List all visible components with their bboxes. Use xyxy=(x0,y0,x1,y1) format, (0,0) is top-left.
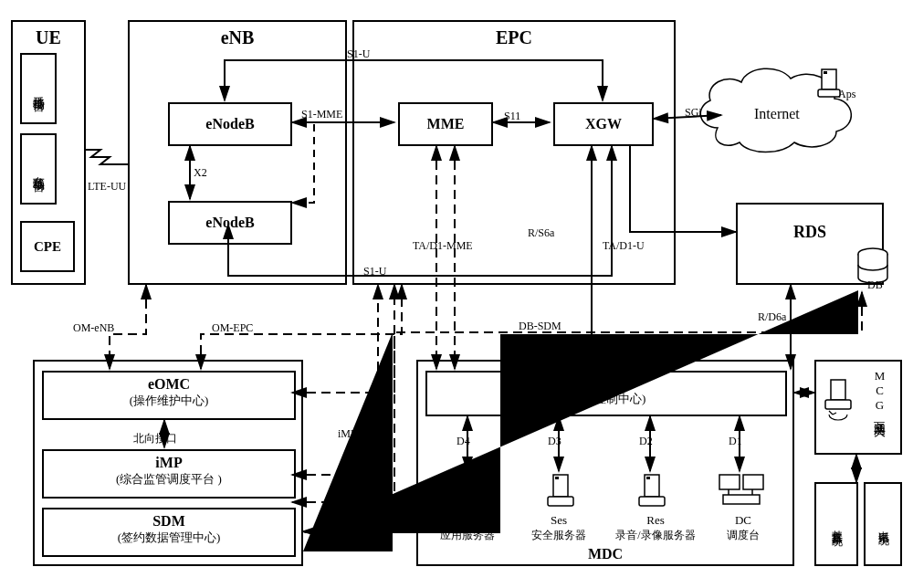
aps-icon xyxy=(449,471,489,519)
om-mdc-label: OM-MDC xyxy=(325,493,372,507)
sgi-label: SGi xyxy=(685,106,702,120)
enodeb-2-label: eNodeB xyxy=(205,215,254,231)
svg-text:DB: DB xyxy=(867,278,883,291)
svg-rect-2 xyxy=(818,89,840,97)
svg-rect-6 xyxy=(464,477,467,479)
aps-srv-name: Aps 应用服务器 xyxy=(435,513,500,543)
eomc-label: eOMC xyxy=(44,376,294,393)
ue-cpe-label: CPE xyxy=(34,239,61,255)
om-enb-label: OM-eNB xyxy=(73,321,114,335)
ue-handheld: 手持移动台 xyxy=(20,53,57,124)
s1mme-label: S1-MME xyxy=(301,108,342,121)
internet-label: Internet xyxy=(754,106,800,121)
other-trunk-node: 其它集群系统 xyxy=(814,482,858,566)
rds-title: RDS xyxy=(738,223,882,242)
mdc-container: SCC (交换控制中心) Aps 应用服务器 Ses 安全服务器 Res 录音/… xyxy=(416,360,794,566)
enodeb-1: eNodeB xyxy=(168,102,292,146)
ue-vehicle-label: 车载移动台 xyxy=(30,167,47,172)
d1-label: D1 xyxy=(729,435,742,448)
r-d6a-label: R/D6a xyxy=(758,310,786,324)
mcg-label: MCG互通网关 xyxy=(871,369,887,416)
enb-container: eNB eNodeB eNodeB X2 xyxy=(128,20,347,285)
mcg-icon xyxy=(822,378,855,422)
ta-d1-mme-label: TA/D1-MME xyxy=(413,239,473,253)
d4-label: D4 xyxy=(456,435,470,448)
mme-label: MME xyxy=(427,116,465,132)
dc-label: DC xyxy=(710,513,776,528)
aps-srv-label: Aps xyxy=(435,513,500,528)
northbound-label: 北向接口 xyxy=(133,431,177,446)
ses-srv-name: Ses 安全服务器 xyxy=(526,513,592,543)
svg-rect-15 xyxy=(743,475,763,489)
res-sub: 录音/录像服务器 xyxy=(601,528,710,543)
scc-node: SCC (交换控制中心) xyxy=(425,371,787,416)
aps-srv-sub: 应用服务器 xyxy=(435,528,500,543)
s1u-top-label: S1-U xyxy=(347,47,370,61)
db-icon: DB xyxy=(855,247,891,292)
ses-label: Ses xyxy=(526,513,592,528)
enodeb-1-label: eNodeB xyxy=(205,116,254,132)
imp-sub: (综合监管调度平台 ) xyxy=(44,471,294,488)
eomc-node: eOMC (操作维护中心) xyxy=(42,371,296,420)
sdm-node: SDM (签约数据管理中心) xyxy=(42,508,296,557)
sdm-sub: (签约数据管理中心) xyxy=(44,530,294,546)
svg-rect-9 xyxy=(555,477,559,479)
xgw-node: XGW xyxy=(553,102,654,146)
ue-vehicle: 车载移动台 xyxy=(20,133,57,205)
ue-title: UE xyxy=(13,27,84,48)
res-icon xyxy=(632,471,672,519)
svg-rect-18 xyxy=(825,400,851,409)
svg-rect-7 xyxy=(456,497,482,506)
db-sdm-label: DB-SDM xyxy=(519,320,561,333)
ue-handheld-label: 手持移动台 xyxy=(30,87,47,91)
lte-uu-label: LTE-UU xyxy=(88,180,126,194)
s1u-bottom-label: S1-U xyxy=(363,265,386,278)
enb-title: eNB xyxy=(130,27,345,48)
scc-sub: (交换控制中心) xyxy=(427,391,785,407)
dc-sub: 调度台 xyxy=(710,528,776,543)
other-trunk-label: 其它集群系统 xyxy=(829,521,845,527)
ta-d1-u-label: TA/D1-U xyxy=(603,239,645,253)
phone-sys-node: 电话系统 xyxy=(864,482,902,566)
scc-label: SCC xyxy=(427,375,785,391)
imp-epc-label: iMP-EPC xyxy=(338,427,381,441)
ue-container: UE 手持移动台 车载移动台 CPE xyxy=(11,20,86,285)
imp-label: iMP xyxy=(44,455,294,471)
ses-sub: 安全服务器 xyxy=(526,528,592,543)
mme-node: MME xyxy=(398,102,493,146)
x2-label: X2 xyxy=(194,166,207,180)
epc-title: EPC xyxy=(354,27,674,48)
mdc-title: MDC xyxy=(418,546,792,562)
res-label: Res xyxy=(601,513,710,528)
s11-label: S11 xyxy=(504,110,520,123)
d3-label: D3 xyxy=(548,435,561,448)
ses-icon xyxy=(540,471,581,519)
r-s6a-label: R/S6a xyxy=(528,226,554,240)
om-epc-label: OM-EPC xyxy=(212,321,253,335)
phone-sys-label: 电话系统 xyxy=(876,522,891,526)
nm-container: eOMC (操作维护中心) 北向接口 iMP (综合监管调度平台 ) SDM (… xyxy=(33,360,303,566)
dc-icon xyxy=(716,469,767,519)
eomc-sub: (操作维护中心) xyxy=(44,393,294,409)
res-srv-name: Res 录音/录像服务器 xyxy=(601,513,710,543)
svg-rect-10 xyxy=(548,497,573,506)
sdm-label: SDM xyxy=(44,513,294,530)
svg-rect-13 xyxy=(639,497,665,506)
svg-rect-16 xyxy=(723,495,760,504)
d2-label: D2 xyxy=(639,435,653,448)
svg-rect-14 xyxy=(719,475,740,489)
internet-aps-label: Aps xyxy=(838,88,855,101)
ue-cpe: CPE xyxy=(20,221,75,272)
xgw-label: XGW xyxy=(585,116,622,132)
svg-rect-1 xyxy=(824,71,827,74)
svg-rect-17 xyxy=(831,380,845,400)
dc-srv-name: DC 调度台 xyxy=(710,513,776,543)
imp-node: iMP (综合监管调度平台 ) xyxy=(42,449,296,499)
svg-rect-12 xyxy=(646,477,650,479)
mcg-node: MCG互通网关 xyxy=(814,360,902,455)
enodeb-2: eNodeB xyxy=(168,201,292,245)
